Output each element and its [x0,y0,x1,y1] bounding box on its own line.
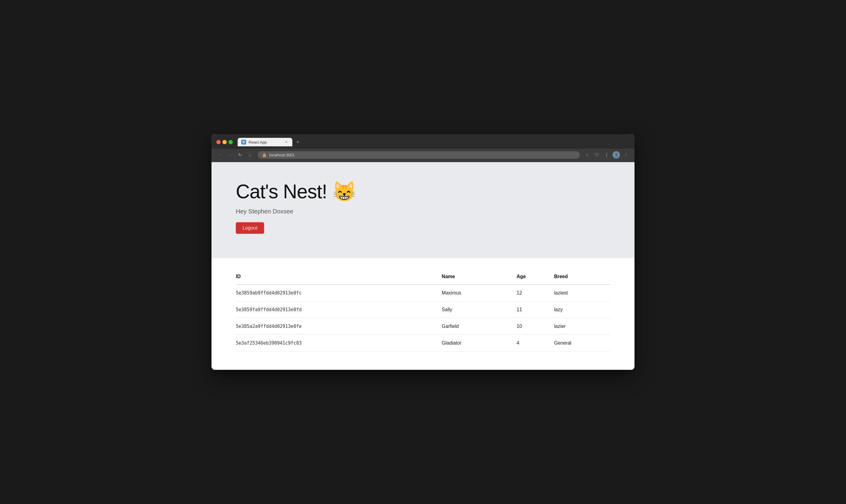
minimize-window-button[interactable] [222,140,227,144]
table-row: 5e3859fa9ffdd4d02913e0fd Sally 11 lazy [236,302,610,318]
cell-breed: lazy [554,302,610,318]
cell-name: Maximus [442,285,517,302]
app-title: Cat's Nest! 😸 [236,180,610,203]
browser-window: R React App × + ← → ↻ ⌂ 🔒 localhost:3001… [211,134,635,370]
cell-breed: General [554,335,610,352]
home-button[interactable]: ⌂ [245,150,254,159]
close-window-button[interactable] [217,140,221,144]
back-button[interactable]: ← [217,150,225,159]
tab-title-label: React App [248,140,281,145]
title-bar: R React App × + [211,134,635,149]
cell-age: 12 [517,285,554,302]
separator: | [603,151,610,159]
table-section: ID Name Age Breed 5e3859ab9ffdd4d02913e0… [211,258,635,370]
page-content: Cat's Nest! 😸 Hey Stephen Doxsee Logout … [211,162,635,370]
table-row: 5e385a2a9ffdd4d02913e0fe Garfield 10 laz… [236,318,610,335]
hero-section: Cat's Nest! 😸 Hey Stephen Doxsee Logout [211,162,635,258]
table-row: 5e3af25346eb390941c9fc83 Gladiator 4 Gen… [236,335,610,352]
cell-age: 11 [517,302,554,318]
address-text: localhost:3001 [269,153,295,157]
cell-id: 5e385a2a9ffdd4d02913e0fe [236,318,442,335]
maximize-window-button[interactable] [228,140,233,144]
active-tab[interactable]: R React App × [238,138,292,146]
cell-name: Gladiator [442,335,517,352]
cell-id: 5e3859ab9ffdd4d02913e0fc [236,285,442,302]
col-header-age: Age [517,270,554,285]
cell-age: 4 [517,335,554,352]
address-bar-row: ← → ↻ ⌂ 🔒 localhost:3001 ☆ 🛡 | 👤 ⋮ [211,149,635,162]
cell-id: 5e3859fa9ffdd4d02913e0fd [236,302,442,318]
traffic-lights [217,140,233,144]
tab-favicon-icon: R [241,140,246,145]
bookmark-icon[interactable]: ☆ [584,151,591,159]
cell-name: Sally [442,302,517,318]
new-tab-button[interactable]: + [294,138,302,146]
cell-breed: laziest [554,285,610,302]
col-header-breed: Breed [554,270,610,285]
logout-button[interactable]: Logout [236,222,264,234]
table-row: 5e3859ab9ffdd4d02913e0fc Maximus 12 lazi… [236,285,610,302]
profile-avatar[interactable]: 👤 [612,151,620,159]
cell-breed: lazier [554,318,610,335]
table-header-row: ID Name Age Breed [236,270,610,285]
cats-table: ID Name Age Breed 5e3859ab9ffdd4d02913e0… [236,270,610,352]
cell-age: 10 [517,318,554,335]
lock-icon: 🔒 [262,153,267,157]
browser-chrome: R React App × + ← → ↻ ⌂ 🔒 localhost:3001… [211,134,635,162]
nav-buttons: ← → ↻ ⌂ [217,150,254,159]
browser-action-icons: ☆ 🛡 | 👤 ⋮ [584,151,629,159]
col-header-name: Name [442,270,517,285]
tab-close-button[interactable]: × [284,140,289,145]
cell-id: 5e3af25346eb390941c9fc83 [236,335,442,352]
greeting-text: Hey Stephen Doxsee [236,208,610,215]
shield-icon[interactable]: 🛡 [593,151,601,159]
col-header-id: ID [236,270,442,285]
menu-icon[interactable]: ⋮ [622,151,629,159]
address-bar[interactable]: 🔒 localhost:3001 [258,151,580,159]
refresh-button[interactable]: ↻ [236,150,244,159]
forward-button[interactable]: → [226,150,235,159]
cell-name: Garfield [442,318,517,335]
tab-bar: R React App × + [238,138,629,146]
